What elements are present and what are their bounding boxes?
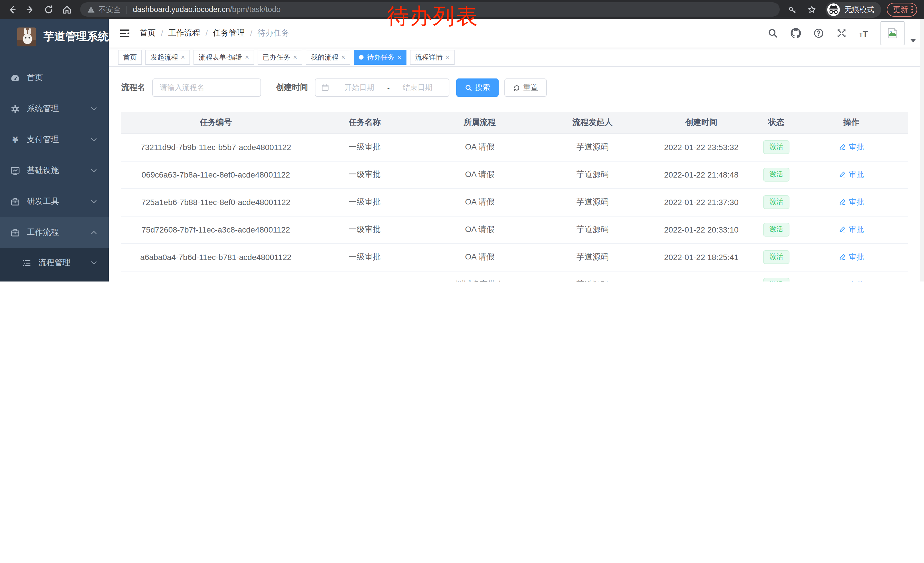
approve-link[interactable]: 审批 (839, 252, 864, 262)
bookmark-star-icon[interactable] (807, 5, 816, 14)
briefcase-icon (10, 228, 20, 237)
sidebar-item-flow[interactable]: 任务管理 (0, 278, 109, 281)
reset-button[interactable]: 重置 (504, 78, 547, 97)
create-time-label: 创建时间 (276, 83, 308, 93)
tab-close-icon[interactable]: × (245, 54, 249, 61)
status-badge: 激活 (763, 195, 789, 209)
tab-流程详情[interactable]: 流程详情× (410, 50, 454, 65)
not-secure-warning-icon (87, 6, 95, 14)
approve-link-label: 审批 (849, 170, 864, 180)
cell-created: 2022-01-22 23:53:32 (645, 134, 758, 161)
tab-close-icon[interactable]: × (397, 54, 401, 61)
cell-status: 激活 (758, 243, 795, 271)
tab-close-icon[interactable]: × (341, 54, 345, 61)
tab-首页[interactable]: 首页 (118, 50, 142, 65)
browser-menu-icon[interactable] (911, 6, 913, 13)
cell-status: 激活 (758, 188, 795, 216)
tab-我的流程[interactable]: 我的流程× (306, 50, 350, 65)
password-key-icon[interactable] (788, 5, 797, 14)
browser-back-icon[interactable] (7, 4, 17, 15)
avatar[interactable] (880, 21, 904, 45)
tab-流程表单-编辑[interactable]: 流程表单-编辑× (194, 50, 254, 65)
tab-close-icon[interactable]: × (293, 54, 297, 61)
app-logo-row[interactable]: 芋道管理系统 (0, 19, 109, 54)
broken-image-icon (886, 27, 899, 39)
approve-link-label: 审批 (849, 252, 864, 262)
sidebar-item-list[interactable]: 流程管理 (0, 248, 109, 278)
fullscreen-icon[interactable] (836, 28, 846, 38)
monitor-icon (10, 166, 20, 176)
cell-action: 审批 (795, 243, 908, 271)
cell-process: 测试多审批人 (419, 271, 540, 281)
breadcrumb: 首页/工作流程/任务管理/待办任务 (140, 28, 290, 38)
sidebar-item-label: 支付管理 (27, 135, 59, 145)
tab-label: 已办任务 (263, 53, 290, 62)
pen-icon (839, 144, 846, 151)
omnibox-divider (126, 6, 127, 14)
cell-status: 激活 (758, 271, 795, 281)
tab-close-icon[interactable]: × (181, 54, 185, 61)
tab-待办任务[interactable]: 待办任务× (354, 50, 406, 65)
pen-icon (839, 226, 846, 233)
help-icon[interactable] (813, 28, 824, 38)
breadcrumb-item[interactable]: 任务管理 (213, 28, 245, 38)
annotation-overlay: 待办列表 (387, 2, 478, 31)
approve-link[interactable]: 审批 (839, 142, 864, 152)
scrollbar[interactable] (920, 19, 924, 281)
app-title: 芋道管理系统 (44, 29, 109, 44)
cell-action: 审批 (795, 188, 908, 216)
sidebar-item-toolbox[interactable]: 研发工具 (0, 186, 109, 217)
tab-已办任务[interactable]: 已办任务× (258, 50, 302, 65)
sidebar-item-dashboard[interactable]: 首页 (0, 62, 109, 93)
tab-close-icon[interactable]: × (446, 54, 449, 61)
cell-created: 2022-01-21 22:43:55 (645, 271, 758, 281)
sidebar-collapse-icon[interactable] (119, 27, 130, 39)
security-label[interactable]: 不安全 (99, 4, 121, 15)
pen-icon (839, 171, 846, 179)
cell-action: 审批 (795, 134, 908, 161)
filter-bar: 流程名 请输入流程名 创建时间 开始日期 - 结束日期 搜索 重置 (122, 78, 912, 97)
font-size-icon[interactable]: TT (859, 29, 868, 38)
approve-link[interactable]: 审批 (839, 197, 864, 207)
breadcrumb-item[interactable]: 工作流程 (168, 28, 200, 38)
breadcrumb-separator: / (206, 29, 208, 38)
approve-link[interactable]: 审批 (839, 279, 864, 282)
process-name-placeholder: 请输入流程名 (160, 83, 204, 93)
approve-link[interactable]: 审批 (839, 225, 864, 235)
sidebar-item-briefcase[interactable]: 工作流程 (0, 217, 109, 248)
reset-icon (513, 84, 520, 92)
browser-reload-icon[interactable] (44, 4, 54, 15)
breadcrumb-item[interactable]: 首页 (140, 28, 156, 38)
tab-label: 流程表单-编辑 (199, 53, 242, 62)
sidebar-item-monitor[interactable]: 基础设施 (0, 155, 109, 186)
search-button[interactable]: 搜索 (456, 78, 499, 97)
column-header: 流程发起人 (540, 112, 645, 134)
cell-name: 一级审批 (310, 134, 419, 161)
sidebar-item-yen[interactable]: ¥支付管理 (0, 124, 109, 155)
date-range-input[interactable]: 开始日期 - 结束日期 (315, 78, 449, 97)
avatar-caret-icon[interactable] (910, 39, 916, 42)
list-icon (22, 258, 32, 268)
browser-home-icon[interactable] (62, 4, 72, 15)
sidebar-item-gear[interactable]: 系统管理 (0, 93, 109, 124)
breadcrumb-item: 待办任务 (257, 28, 290, 38)
github-icon[interactable] (790, 28, 801, 38)
cell-id: a6aba0a4-7b6d-11ec-b781-acde48001122 (122, 243, 310, 271)
pen-icon (839, 198, 846, 206)
approve-link-label: 审批 (849, 225, 864, 235)
approve-link[interactable]: 审批 (839, 170, 864, 180)
browser-forward-icon[interactable] (25, 4, 36, 15)
sidebar-item-label: 研发工具 (27, 197, 59, 207)
tab-发起流程[interactable]: 发起流程× (146, 50, 190, 65)
process-name-label: 流程名 (122, 83, 146, 93)
chevron-down-icon (90, 167, 98, 174)
active-tab-dot-icon (359, 55, 363, 60)
column-header: 状态 (758, 112, 795, 134)
start-date-placeholder: 开始日期 (334, 83, 385, 93)
browser-update-button[interactable]: 更新 (887, 3, 917, 17)
sidebar-item-label: 首页 (27, 73, 43, 83)
search-icon[interactable] (767, 28, 778, 38)
column-header: 任务名称 (310, 112, 419, 134)
process-name-input[interactable]: 请输入流程名 (152, 78, 261, 97)
status-badge: 激活 (763, 250, 789, 264)
